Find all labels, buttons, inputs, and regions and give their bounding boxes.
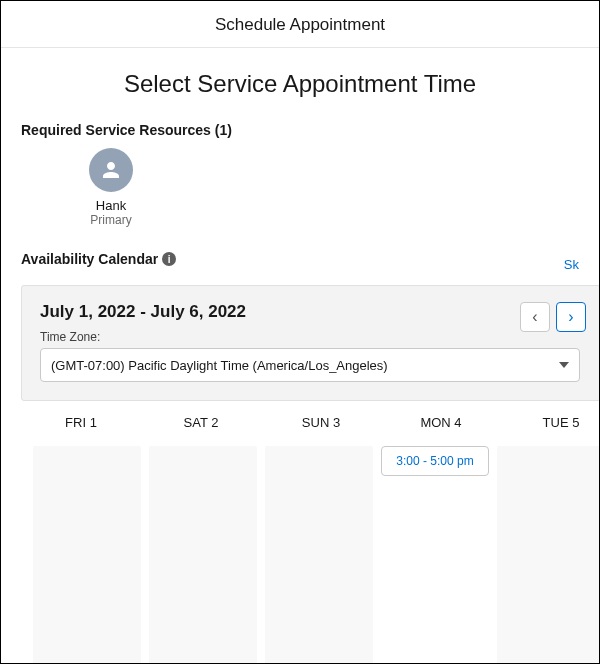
next-button[interactable]: › bbox=[556, 302, 586, 332]
day-header: SAT 2 bbox=[141, 415, 261, 430]
day-header: FRI 1 bbox=[21, 415, 141, 430]
resources-section: Required Service Resources (1) Hank Prim… bbox=[21, 122, 579, 227]
day-column bbox=[265, 446, 373, 664]
calendar-toolbar: July 1, 2022 - July 6, 2022 Time Zone: (… bbox=[21, 285, 600, 401]
calendar-area: July 1, 2022 - July 6, 2022 Time Zone: (… bbox=[1, 285, 599, 664]
day-column bbox=[497, 446, 600, 664]
time-slot-button[interactable]: 3:00 - 5:00 pm bbox=[381, 446, 489, 476]
timezone-label: Time Zone: bbox=[40, 330, 582, 344]
availability-label-text: Availability Calendar bbox=[21, 251, 158, 267]
page-subtitle: Select Service Appointment Time bbox=[21, 70, 579, 98]
skip-link[interactable]: Sk bbox=[564, 257, 579, 272]
page-title: Schedule Appointment bbox=[215, 15, 385, 34]
resource-role: Primary bbox=[90, 213, 131, 227]
day-column bbox=[33, 446, 141, 664]
page-header: Schedule Appointment bbox=[1, 1, 599, 48]
empty-slot-area bbox=[149, 446, 257, 664]
date-navigation: ‹ › bbox=[520, 302, 586, 332]
day-header: SUN 3 bbox=[261, 415, 381, 430]
previous-button[interactable]: ‹ bbox=[520, 302, 550, 332]
info-icon[interactable]: i bbox=[162, 252, 176, 266]
resource-name: Hank bbox=[96, 198, 126, 213]
chevron-left-icon: ‹ bbox=[532, 308, 537, 326]
empty-slot-area bbox=[33, 446, 141, 664]
person-icon bbox=[99, 158, 123, 182]
chevron-right-icon: › bbox=[568, 308, 573, 326]
day-headers: FRI 1 SAT 2 SUN 3 MON 4 TUE 5 bbox=[21, 401, 600, 440]
day-column: 3:00 - 5:00 pm bbox=[381, 446, 489, 664]
day-column bbox=[149, 446, 257, 664]
resource-item: Hank Primary bbox=[51, 148, 171, 227]
day-header: TUE 5 bbox=[501, 415, 600, 430]
empty-slot-area bbox=[497, 446, 600, 664]
avatar bbox=[89, 148, 133, 192]
timezone-value: (GMT-07:00) Pacific Daylight Time (Ameri… bbox=[51, 358, 388, 373]
empty-slot-area bbox=[265, 446, 373, 664]
chevron-down-icon bbox=[559, 362, 569, 368]
date-range: July 1, 2022 - July 6, 2022 bbox=[40, 302, 582, 322]
timezone-select[interactable]: (GMT-07:00) Pacific Daylight Time (Ameri… bbox=[40, 348, 580, 382]
day-header: MON 4 bbox=[381, 415, 501, 430]
availability-header-row: Availability Calendar i Sk bbox=[21, 251, 579, 277]
resources-label: Required Service Resources (1) bbox=[21, 122, 579, 138]
availability-label: Availability Calendar i bbox=[21, 251, 176, 267]
slots-row: 3:00 - 5:00 pm bbox=[21, 440, 600, 664]
main-content: Select Service Appointment Time Required… bbox=[1, 48, 599, 664]
